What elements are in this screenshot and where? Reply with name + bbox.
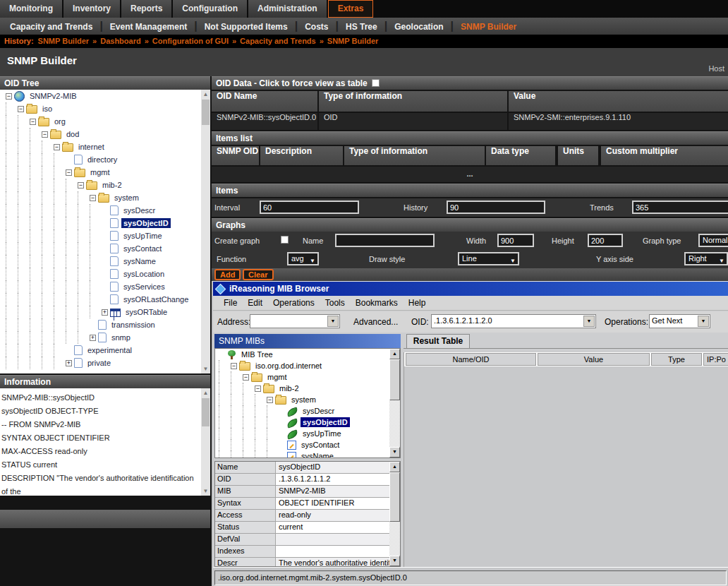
submenu-item[interactable]: Capacity and Trends xyxy=(3,18,99,35)
tree-node-label[interactable]: sysName xyxy=(299,451,336,458)
tree-node[interactable]: +sysORTable xyxy=(0,306,210,318)
chevron-down-icon[interactable]: ▼ xyxy=(327,316,339,327)
expand-toggle[interactable]: − xyxy=(255,385,261,392)
operations-combo[interactable]: Get Next ▼ xyxy=(649,314,710,328)
submenu-item-active[interactable]: SNMP Builder xyxy=(454,18,523,35)
tree-node[interactable]: −iso.org.dod.internet xyxy=(215,360,400,371)
tree-node[interactable]: −system xyxy=(0,191,210,204)
advanced-button[interactable]: Advanced... xyxy=(353,317,398,327)
tree-node-label[interactable]: sysObjectID xyxy=(121,218,171,228)
scrollbar-thumb[interactable] xyxy=(389,472,400,522)
tree-node-label[interactable]: system xyxy=(289,395,318,405)
tree-node[interactable]: sysLocation xyxy=(0,268,210,280)
tree-node[interactable]: −mib-2 xyxy=(215,383,400,394)
tree-node-label[interactable]: sysORTable xyxy=(123,307,169,317)
scroll-up-icon[interactable]: ▲ xyxy=(201,388,210,397)
tree-node-label[interactable]: snmp xyxy=(109,333,133,342)
history-link[interactable]: Configuration of GUI xyxy=(152,37,229,45)
menu-tab-extras[interactable]: Extras xyxy=(328,0,374,18)
tree-node[interactable]: directory xyxy=(0,153,210,166)
tree-node-label[interactable]: sysName xyxy=(121,256,158,266)
window-menu-file[interactable]: File xyxy=(224,296,237,310)
expand-toggle[interactable]: − xyxy=(243,374,249,381)
tree-node-label[interactable]: sysDescr xyxy=(121,205,157,215)
result-column-header[interactable]: IP:Po xyxy=(703,353,728,366)
window-menu-edit[interactable]: Edit xyxy=(248,296,262,310)
menu-tab-monitoring[interactable]: Monitoring xyxy=(0,0,63,18)
tree-node-label[interactable]: sysContact xyxy=(121,244,164,253)
tree-node-label[interactable]: directory xyxy=(85,155,119,165)
window-title-bar[interactable]: iReasoning MIB Browser xyxy=(213,282,728,296)
tree-node-label[interactable]: org xyxy=(52,116,68,126)
expand-toggle[interactable]: + xyxy=(66,360,72,366)
tree-node-label[interactable]: mib-2 xyxy=(100,180,124,190)
menu-tab-reports[interactable]: Reports xyxy=(121,0,173,18)
submenu-item[interactable]: Costs xyxy=(298,18,335,35)
tree-node[interactable]: −iso xyxy=(0,102,210,115)
submenu-item[interactable]: Not Supported Items xyxy=(198,18,295,35)
tree-node-label[interactable]: sysLocation xyxy=(121,269,166,279)
scrollbar-thumb[interactable] xyxy=(202,100,210,125)
submenu-item[interactable]: Event Management xyxy=(103,18,194,35)
tree-node-label[interactable]: MIB Tree xyxy=(239,349,275,359)
result-column-header[interactable]: Name/OID xyxy=(406,353,536,366)
tree-node-label[interactable]: SNMPv2-MIB xyxy=(28,91,79,101)
tree-node[interactable]: MIB Tree xyxy=(215,349,400,360)
tree-node[interactable]: sysContact xyxy=(215,439,400,450)
tree-node-label[interactable]: mgmt xyxy=(265,372,289,382)
tree-node-label[interactable]: iso xyxy=(40,104,54,114)
interval-input[interactable] xyxy=(260,201,359,214)
expand-toggle[interactable]: + xyxy=(102,309,108,316)
width-input[interactable] xyxy=(497,234,534,247)
force-table-checkbox[interactable] xyxy=(372,79,380,87)
tree-node[interactable]: sysUpTime xyxy=(0,229,210,242)
window-menu-tools[interactable]: Tools xyxy=(325,296,345,310)
expand-toggle[interactable]: + xyxy=(90,335,96,341)
tree-node-label[interactable]: sysUpTime xyxy=(121,231,164,241)
tree-node[interactable]: sysName xyxy=(0,255,210,268)
tree-node[interactable]: sysName xyxy=(215,450,400,458)
tree-node[interactable]: sysObjectID xyxy=(0,217,210,229)
oid-tree[interactable]: −SNMPv2-MIB−iso−org−dod−internetdirector… xyxy=(0,90,210,373)
scroll-down-icon[interactable]: ▼ xyxy=(389,556,400,566)
table-cell[interactable]: SNMPv2-MIB::sysObjectID.0 xyxy=(212,113,317,130)
menu-tab-administration[interactable]: Administration xyxy=(248,0,328,18)
tree-node-label[interactable]: system xyxy=(112,193,141,203)
window-menu-operations[interactable]: Operations xyxy=(273,296,315,310)
expand-toggle[interactable]: − xyxy=(6,93,12,100)
table-cell[interactable]: OID xyxy=(319,113,507,130)
tree-node[interactable]: +private xyxy=(0,357,210,369)
result-table-body[interactable] xyxy=(404,366,728,567)
result-column-header[interactable]: Value xyxy=(538,353,650,366)
expand-toggle[interactable]: − xyxy=(90,195,96,201)
tree-node-label[interactable]: internet xyxy=(76,142,107,152)
tree-node-label[interactable]: sysObjectID xyxy=(301,417,350,427)
tree-node[interactable]: −org xyxy=(0,115,210,128)
tab-result-table[interactable]: Result Table xyxy=(406,334,470,348)
tree-node-label[interactable]: private xyxy=(85,358,113,368)
tree-node-label[interactable]: sysServices xyxy=(121,282,167,292)
tree-node[interactable]: −mgmt xyxy=(0,166,210,179)
y-axis-side-select[interactable]: Right▼ xyxy=(684,252,728,265)
submenu-item[interactable]: HS Tree xyxy=(339,18,384,35)
scrollbar-thumb[interactable] xyxy=(202,398,210,426)
tree-node[interactable]: +snmp xyxy=(0,331,210,344)
clear-button[interactable]: Clear xyxy=(243,269,274,280)
graph-name-input[interactable] xyxy=(335,234,435,247)
tree-node[interactable]: −mib-2 xyxy=(0,179,210,191)
expand-toggle[interactable]: − xyxy=(66,169,72,176)
tree-node[interactable]: −mgmt xyxy=(215,371,400,383)
expand-toggle[interactable]: − xyxy=(231,363,237,369)
height-input[interactable] xyxy=(588,234,623,247)
scroll-down-icon[interactable]: ▼ xyxy=(201,486,210,496)
scroll-up-icon[interactable]: ▲ xyxy=(389,462,400,472)
scroll-up-icon[interactable]: ▲ xyxy=(201,90,210,99)
history-link[interactable]: SNMP Builder xyxy=(327,37,379,45)
create-graph-checkbox[interactable] xyxy=(281,236,289,244)
tree-node-label[interactable]: sysUpTime xyxy=(301,429,344,438)
tree-node-label[interactable]: sysContact xyxy=(299,440,341,450)
scroll-up-icon[interactable]: ▲ xyxy=(389,349,400,359)
history-input[interactable] xyxy=(447,201,545,214)
tree-node[interactable]: −internet xyxy=(0,140,210,153)
expand-toggle[interactable]: − xyxy=(78,182,84,189)
